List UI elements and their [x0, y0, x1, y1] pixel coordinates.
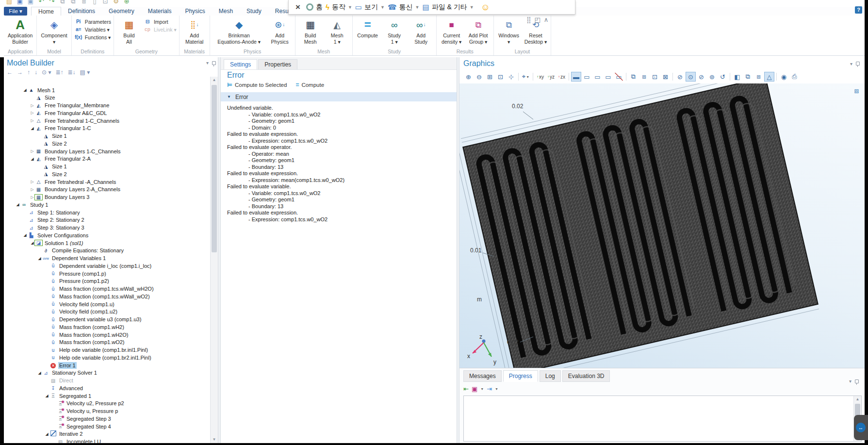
- tree-item-size-2[interactable]: ◮Size 2: [37, 170, 68, 178]
- view-zx-icon[interactable]: ↑zx: [557, 72, 567, 82]
- brinkman-equations-anode-button[interactable]: ◆BrinkmanEquations-Anode ▾: [213, 16, 266, 48]
- study-1-button[interactable]: ∞Study1 ▾: [382, 16, 407, 48]
- expander-closed-icon[interactable]: ▷: [30, 103, 35, 108]
- zoom-selected-icon[interactable]: ⊹: [506, 72, 516, 82]
- tree-item-size-2[interactable]: ◮Size 2: [37, 140, 68, 147]
- pin-icon[interactable]: [856, 62, 860, 66]
- functions-button[interactable]: f(x)Functions ▾: [74, 33, 111, 41]
- show-bounding-box-icon[interactable]: ⧈: [753, 72, 764, 82]
- expander-open-icon[interactable]: ◢: [30, 241, 35, 245]
- show-axis-orientation-icon[interactable]: ▭: [592, 72, 603, 82]
- tree-item-mass-fraction-comp1-wh2[interactable]: ūMass fraction (comp1.wH2): [44, 323, 125, 330]
- chevron-down-icon[interactable]: ▼: [480, 387, 484, 391]
- scroll-up-icon[interactable]: ▲: [854, 396, 861, 403]
- tree-item-free-tetrahedral-1-c-channels[interactable]: ▷△Free Tetrahedral 1-C_Channels: [30, 117, 120, 124]
- tab-properties[interactable]: Properties: [258, 59, 297, 69]
- tree-item-velocity-field-comp1-u[interactable]: ūVelocity field (comp1.u): [44, 300, 115, 308]
- tree-item-velocity-field-comp1-u2[interactable]: ūVelocity field (comp1.u2): [44, 308, 118, 315]
- print-icon[interactable]: ⎙: [789, 72, 800, 82]
- scroll-down-icon[interactable]: ▼: [211, 436, 218, 443]
- go-to-default-view-icon[interactable]: ⌖▼: [521, 72, 531, 82]
- nav-back-icon[interactable]: ←: [7, 69, 13, 76]
- tree-item-free-triangular-membrane[interactable]: ▷◭Free Triangular_Membrane: [30, 102, 110, 109]
- zoom-in-icon[interactable]: ⊕: [463, 72, 474, 82]
- close-icon[interactable]: ×: [293, 2, 303, 12]
- expander-open-icon[interactable]: ◢: [30, 126, 35, 131]
- scroll-up-icon[interactable]: ▲: [211, 77, 218, 83]
- view-hide-selected-icon[interactable]: ⊘: [696, 72, 706, 82]
- tree-item-compile-equations-stationary[interactable]: ∂Compile Equations: Stationary: [37, 247, 125, 254]
- expander-open-icon[interactable]: ◢: [37, 256, 42, 261]
- add-material-button[interactable]: ⣿↓AddMaterial: [182, 16, 207, 48]
- reset-rotation-icon[interactable]: ↺: [718, 72, 728, 82]
- tree-item-iterative-2[interactable]: ◢Iterative 2: [44, 430, 83, 438]
- add-physics-button[interactable]: ⊛↓AddPhysics: [267, 16, 293, 48]
- expander-open-icon[interactable]: ◢: [44, 432, 49, 436]
- tree-item-dependent-variable-u3-comp1-u3[interactable]: ūDependent variable u3 (comp1.u3): [44, 316, 142, 323]
- expander-open-icon[interactable]: ◢: [22, 88, 28, 92]
- component-button[interactable]: ◈Component▾: [39, 16, 68, 48]
- tree-item-segregated-step-3[interactable]: Ξ✱Segregated Step 3: [51, 415, 112, 422]
- tree-item-dependent-variables-1[interactable]: ◢uvwDependent Variables 1: [37, 255, 107, 262]
- export-image-icon[interactable]: ⧈: [639, 72, 649, 82]
- pin-icon[interactable]: [855, 379, 859, 383]
- error-section-header[interactable]: ▼ Error: [221, 92, 457, 101]
- application-builder-button[interactable]: AApplicationBuilder: [6, 16, 34, 48]
- expander-closed-icon[interactable]: ▷: [30, 195, 35, 199]
- tree-item-boundary-layers-1-c-channels[interactable]: ▷▦Boundary Layers 1-C_Channels: [30, 148, 122, 155]
- add-study-button[interactable]: ∞↓AddStudy: [409, 16, 434, 48]
- tab-log[interactable]: Log: [540, 370, 561, 382]
- view-reset-hiding-icon[interactable]: ⊚: [707, 72, 717, 82]
- tab-progress[interactable]: Progress: [503, 370, 538, 382]
- select-box-icon[interactable]: ⊡: [650, 72, 660, 82]
- tree-item-direct[interactable]: ▨Direct: [44, 377, 74, 384]
- show-icon[interactable]: ⊙ ▾: [42, 69, 51, 76]
- hide-entities-icon[interactable]: ⊘: [675, 72, 685, 82]
- show-grid-icon[interactable]: ▭: [582, 72, 592, 82]
- tree-item-mesh-1[interactable]: ◢▲Mesh 1: [22, 86, 56, 94]
- settings-icon[interactable]: ⚙: [111, 0, 121, 5]
- tree-item-free-tetrahedral-a-channels[interactable]: ▷△Free Tetrahedral -A_Channels: [30, 178, 117, 185]
- zoom-extents-icon[interactable]: ⊡: [495, 72, 506, 82]
- zoom-find-icon[interactable]: ⊕: [121, 0, 132, 5]
- tree-item-help-ode-variable-comp1-br2-inl1-pinl[interactable]: uHelp ode variable (comp1.br2.inl1.Pinl): [44, 354, 152, 361]
- collapse-ribbon-icon[interactable]: ∧: [544, 16, 549, 23]
- panel-menu-icon[interactable]: ▾: [850, 61, 852, 66]
- import-button[interactable]: ⊟Import: [143, 18, 177, 25]
- duplicate-icon[interactable]: ⧈: [79, 0, 89, 5]
- move-next-icon[interactable]: ⇥: [487, 385, 492, 393]
- move-up-icon[interactable]: ↑: [27, 69, 30, 76]
- build-mesh-button[interactable]: ▦BuildMesh: [298, 16, 323, 48]
- copy-image-to-clipboard-icon[interactable]: ⧉: [628, 72, 639, 82]
- view-unhide-all-icon[interactable]: ⊙: [686, 72, 696, 82]
- expander-open-icon[interactable]: ◢: [30, 157, 35, 161]
- snapshot-camera-icon[interactable]: ◉: [779, 72, 789, 82]
- tree-item-incomplete-lu[interactable]: ▧Incomplete LU: [51, 438, 102, 444]
- tree-item-step-3-stationary-3[interactable]: ⊿Step 3: Stationary 3: [22, 224, 85, 231]
- grid-icon[interactable]: ⣿: [526, 16, 531, 23]
- select-icon[interactable]: ⊡: [100, 0, 111, 5]
- view-yz-icon[interactable]: ↑yz: [546, 72, 556, 82]
- tab-evaluation-3d[interactable]: Evaluation 3D: [562, 370, 610, 382]
- tree-item-mass-fraction-comp1-wo2[interactable]: ūMass fraction (comp1.wO2): [44, 339, 125, 346]
- copy-icon[interactable]: ⧉: [57, 0, 68, 5]
- ribbon-tab-study[interactable]: Study: [240, 7, 268, 16]
- tree-item-solution-1[interactable]: ◢◪Solution 1 (sol1): [30, 239, 84, 247]
- tree-item-solver-configurations[interactable]: ◢▙Solver Configurations: [22, 231, 89, 239]
- tree-item-mass-fraction-comp1-tcs-wwall-wo2[interactable]: ūMass fraction (comp1.tcs.wWall_wO2): [44, 293, 151, 300]
- show-frame-icon[interactable]: ▭: [603, 72, 613, 82]
- scroll-thumb[interactable]: [212, 85, 217, 252]
- tree-item-velocity-u-pressure-p[interactable]: Ξ✱Velocity u, Pressure p: [51, 408, 119, 415]
- overlay-menu-[interactable]: 홈: [306, 3, 323, 12]
- save-copy-icon[interactable]: ▣: [25, 0, 36, 5]
- tree-item-segregated-1[interactable]: ◢ΞSegregated 1: [44, 392, 92, 399]
- tree-scrollbar[interactable]: ▲ ▼: [210, 77, 218, 443]
- tab-settings[interactable]: Settings: [224, 59, 257, 69]
- ribbon-tab-materials[interactable]: Materials: [141, 7, 179, 16]
- tree-item-help-ode-variable-comp1-br-inl1-pinl[interactable]: uHelp ode variable (comp1.br.inl1.Pinl): [44, 346, 149, 354]
- zoom-out-icon[interactable]: ⊖: [474, 72, 484, 82]
- expander-open-icon[interactable]: ◢: [37, 371, 42, 375]
- mesh-1-button[interactable]: ◭Mesh1 ▾: [325, 16, 350, 48]
- paste-icon[interactable]: ⧉: [68, 0, 79, 5]
- tree-item-segregated-step-4[interactable]: Ξ✱Segregated Step 4: [51, 423, 112, 430]
